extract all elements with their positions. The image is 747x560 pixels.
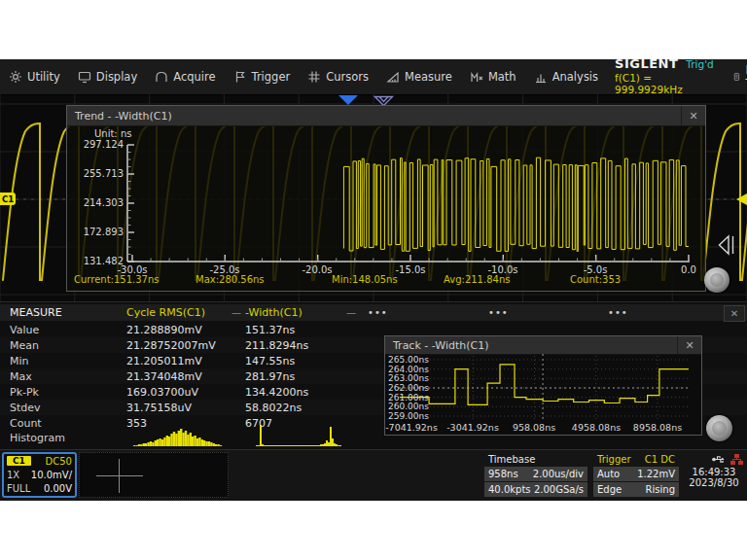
menu-item-label: Trigger <box>252 70 291 84</box>
minimize-icon[interactable]: — <box>231 307 241 318</box>
trigger-status: Trig'd <box>686 59 713 71</box>
clock-date: 2023/8/30 <box>683 477 745 488</box>
track-xtick: 4958.08ns <box>565 422 627 433</box>
menu-item-utility[interactable]: Utility <box>0 59 69 94</box>
clock-time: 16:49:33 <box>683 467 745 477</box>
menu-item-math[interactable]: Math <box>461 59 525 94</box>
trigger-position-indicator[interactable] <box>338 95 358 105</box>
measure-column-width[interactable]: -Width(C1) <box>245 306 302 319</box>
channel-name-badge: C1 <box>7 456 31 466</box>
trigger-level: 1.22mV <box>637 469 675 479</box>
measure-icon <box>386 70 400 84</box>
trend-stat-count: Count:353 <box>570 274 621 285</box>
timebase-memory: 40.0kpts <box>488 484 531 495</box>
display-icon <box>78 70 91 84</box>
track-ytick: 261.00ns <box>388 393 433 402</box>
collapse-panel-icon[interactable] <box>716 232 737 258</box>
menu-item-display[interactable]: Display <box>69 59 146 94</box>
channel-bandwidth: FULL <box>7 483 30 494</box>
add-measurement-icon[interactable]: ••• <box>608 307 628 318</box>
gear-icon <box>9 70 22 84</box>
cursors-icon <box>307 70 321 84</box>
crosshair-icon <box>119 459 120 493</box>
measure-trend-icon <box>733 70 740 84</box>
channel-c1-box[interactable]: C1 DC50 1X 10.0mV/ FULL 0.00V <box>2 452 77 498</box>
menu-item-measure-trend[interactable]: Measure Trend <box>722 59 747 94</box>
status-bar: C1 DC50 1X 10.0mV/ FULL 0.00V Timebase 9… <box>0 449 747 501</box>
measure-panel-title: MEASURE <box>10 306 62 319</box>
brand-status-block: SIGLENT Trig'd f(C1) = 999.9929kHz <box>607 59 722 94</box>
track-ytick: 265.00ns <box>388 355 433 365</box>
track-xtick: 958.08ns <box>503 422 565 433</box>
trend-window-title: Trend - -Width(C1) <box>67 110 681 122</box>
timebase-sample-rate: 2.00GSa/s <box>534 484 584 495</box>
track-ytick: 264.00ns <box>388 365 433 374</box>
menu-item-analysis[interactable]: Analysis <box>525 59 607 94</box>
track-ytick: 263.00ns <box>388 373 433 383</box>
track-ytick: 262.00ns <box>388 383 433 393</box>
close-icon[interactable]: ✕ <box>677 336 701 354</box>
trend-stat-max: Max:280.56ns <box>196 274 265 285</box>
channel-c1-marker[interactable]: C1 <box>0 192 16 205</box>
trend-window: Trend - -Width(C1) ✕ Unit: ns 297.124 25… <box>66 105 706 292</box>
trigger-type: Edge <box>597 484 622 495</box>
siglent-logo: SIGLENT <box>615 59 678 72</box>
close-icon[interactable]: ✕ <box>724 305 745 322</box>
channel-offset: 0.00V <box>44 483 72 494</box>
measure-column-cycle-rms[interactable]: Cycle RMS(C1) <box>126 306 205 319</box>
trigger-slope: Rising <box>646 484 675 495</box>
track-ytick: 259.00ns <box>388 411 433 421</box>
crosshair-icon <box>96 475 143 476</box>
timebase-delay: 958ns <box>488 469 518 479</box>
channel-coupling: DC50 <box>46 456 72 467</box>
trend-stat-min: Min:148.05ns <box>332 274 398 285</box>
channel-attenuation: 1X <box>7 470 19 480</box>
lan-icon <box>730 454 743 465</box>
menu-item-label: Math <box>488 70 516 84</box>
minimize-icon[interactable]: — <box>346 307 356 318</box>
add-measurement-icon[interactable]: ••• <box>368 307 388 318</box>
menu-item-label: Measure <box>405 70 452 84</box>
timebase-box[interactable]: Timebase 958ns2.00us/div 40.0kpts2.00GSa… <box>484 452 587 497</box>
menu-item-label: Cursors <box>326 70 369 84</box>
trend-window-titlebar[interactable]: Trend - -Width(C1) ✕ <box>67 106 705 126</box>
timebase-title: Timebase <box>488 454 535 465</box>
trigger-title: Trigger <box>597 454 631 465</box>
timebase-scale: 2.00us/div <box>533 469 584 479</box>
menu-item-acquire[interactable]: Acquire <box>146 59 224 94</box>
trigger-source: C1 DC <box>645 454 675 465</box>
track-window-titlebar[interactable]: Track - -Width(C1) ✕ <box>385 336 701 355</box>
trigger-box[interactable]: TriggerC1 DC Auto1.22mV EdgeRising <box>593 452 679 497</box>
frequency-counter: f(C1) = 999.9929kHz <box>615 72 714 95</box>
flag-icon <box>233 70 247 84</box>
menu-item-label: Acquire <box>173 70 215 84</box>
track-window-drag-handle[interactable] <box>706 415 732 441</box>
measure-header-row: MEASURE Cycle RMS(C1) — -Width(C1) — •••… <box>0 304 747 321</box>
trend-window-drag-handle[interactable] <box>704 267 729 293</box>
waveform-preview-box[interactable] <box>79 452 229 498</box>
track-ytick: 260.00ns <box>388 402 433 411</box>
trigger-mode: Auto <box>597 469 620 479</box>
math-icon <box>470 70 483 84</box>
add-measurement-icon[interactable]: ••• <box>488 307 509 318</box>
menu-item-label: Utility <box>27 70 60 84</box>
track-xtick: -3041.92ns <box>442 422 504 433</box>
menu-item-cursors[interactable]: Cursors <box>299 59 377 94</box>
channel-scale: 10.0mV/ <box>31 470 72 480</box>
trend-stat-avg: Avg:211.84ns <box>444 274 510 285</box>
usb-icon <box>712 454 726 465</box>
acquire-icon <box>155 70 168 84</box>
close-icon[interactable]: ✕ <box>681 106 705 125</box>
menu-item-label: Analysis <box>552 70 598 84</box>
track-xtick: -7041.92ns <box>380 422 443 433</box>
track-xtick: 8958.08ns <box>626 422 689 433</box>
track-window-title: Track - -Width(C1) <box>385 339 677 352</box>
oscilloscope-display: Utility Display Acquire Trigger Cursors <box>0 59 747 501</box>
analysis-icon <box>534 70 548 84</box>
clock-box: 16:49:33 2023/8/30 <box>683 452 745 498</box>
track-window: Track - -Width(C1) ✕ 265.00ns 264.00ns 2… <box>384 335 702 436</box>
menu-item-trigger[interactable]: Trigger <box>225 59 300 94</box>
menu-item-label: Display <box>96 70 137 84</box>
trigger-level-arrow[interactable] <box>736 193 747 205</box>
menu-item-measure[interactable]: Measure <box>377 59 461 94</box>
